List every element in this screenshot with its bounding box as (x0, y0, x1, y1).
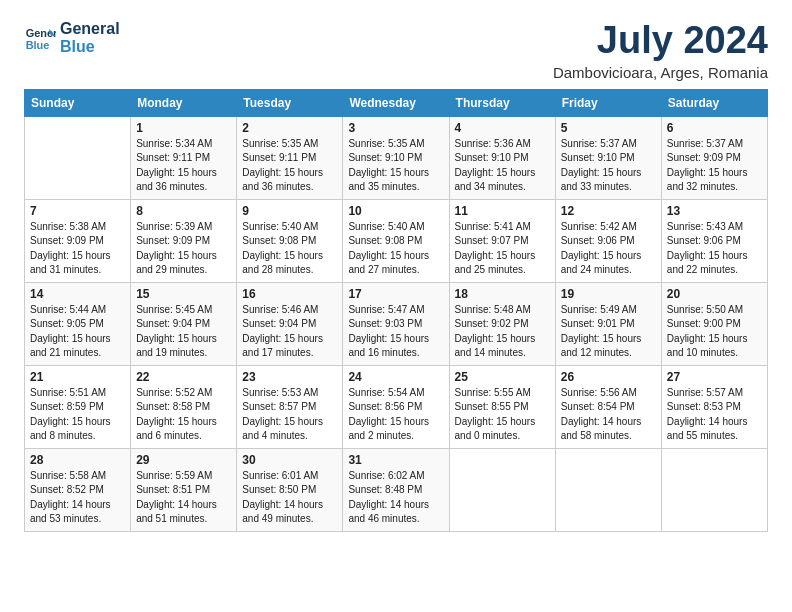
day-info: Sunrise: 5:54 AMSunset: 8:56 PMDaylight:… (348, 386, 443, 444)
day-cell: 10 Sunrise: 5:40 AMSunset: 9:08 PMDaylig… (343, 199, 449, 282)
day-number: 5 (561, 121, 656, 135)
day-info: Sunrise: 5:35 AMSunset: 9:10 PMDaylight:… (348, 137, 443, 195)
weekday-header-wednesday: Wednesday (343, 89, 449, 116)
logo: General Blue GeneralBlue General Blue (24, 20, 120, 57)
day-cell: 9 Sunrise: 5:40 AMSunset: 9:08 PMDayligh… (237, 199, 343, 282)
location: Dambovicioara, Arges, Romania (553, 64, 768, 81)
day-cell: 25 Sunrise: 5:55 AMSunset: 8:55 PMDaylig… (449, 365, 555, 448)
day-number: 25 (455, 370, 550, 384)
weekday-header-friday: Friday (555, 89, 661, 116)
week-row-1: 1 Sunrise: 5:34 AMSunset: 9:11 PMDayligh… (25, 116, 768, 199)
logo-icon: General Blue (24, 22, 56, 54)
day-number: 29 (136, 453, 231, 467)
day-cell (25, 116, 131, 199)
day-number: 20 (667, 287, 762, 301)
day-number: 8 (136, 204, 231, 218)
calendar-table: SundayMondayTuesdayWednesdayThursdayFrid… (24, 89, 768, 532)
day-cell: 15 Sunrise: 5:45 AMSunset: 9:04 PMDaylig… (131, 282, 237, 365)
logo-line1: General (60, 20, 120, 38)
day-info: Sunrise: 5:37 AMSunset: 9:09 PMDaylight:… (667, 137, 762, 195)
day-info: Sunrise: 5:56 AMSunset: 8:54 PMDaylight:… (561, 386, 656, 444)
day-info: Sunrise: 5:41 AMSunset: 9:07 PMDaylight:… (455, 220, 550, 278)
day-cell: 29 Sunrise: 5:59 AMSunset: 8:51 PMDaylig… (131, 448, 237, 531)
day-info: Sunrise: 5:55 AMSunset: 8:55 PMDaylight:… (455, 386, 550, 444)
day-number: 28 (30, 453, 125, 467)
day-number: 21 (30, 370, 125, 384)
day-cell: 24 Sunrise: 5:54 AMSunset: 8:56 PMDaylig… (343, 365, 449, 448)
day-cell (555, 448, 661, 531)
day-info: Sunrise: 5:35 AMSunset: 9:11 PMDaylight:… (242, 137, 337, 195)
week-row-4: 21 Sunrise: 5:51 AMSunset: 8:59 PMDaylig… (25, 365, 768, 448)
day-number: 24 (348, 370, 443, 384)
day-number: 2 (242, 121, 337, 135)
day-info: Sunrise: 6:01 AMSunset: 8:50 PMDaylight:… (242, 469, 337, 527)
weekday-header-thursday: Thursday (449, 89, 555, 116)
day-number: 30 (242, 453, 337, 467)
day-number: 16 (242, 287, 337, 301)
day-number: 18 (455, 287, 550, 301)
day-cell: 2 Sunrise: 5:35 AMSunset: 9:11 PMDayligh… (237, 116, 343, 199)
weekday-header-saturday: Saturday (661, 89, 767, 116)
calendar-header: SundayMondayTuesdayWednesdayThursdayFrid… (25, 89, 768, 116)
day-number: 13 (667, 204, 762, 218)
day-cell: 11 Sunrise: 5:41 AMSunset: 9:07 PMDaylig… (449, 199, 555, 282)
day-info: Sunrise: 5:40 AMSunset: 9:08 PMDaylight:… (348, 220, 443, 278)
day-info: Sunrise: 5:42 AMSunset: 9:06 PMDaylight:… (561, 220, 656, 278)
day-info: Sunrise: 6:02 AMSunset: 8:48 PMDaylight:… (348, 469, 443, 527)
day-info: Sunrise: 5:53 AMSunset: 8:57 PMDaylight:… (242, 386, 337, 444)
day-info: Sunrise: 5:34 AMSunset: 9:11 PMDaylight:… (136, 137, 231, 195)
day-info: Sunrise: 5:59 AMSunset: 8:51 PMDaylight:… (136, 469, 231, 527)
day-number: 11 (455, 204, 550, 218)
day-info: Sunrise: 5:47 AMSunset: 9:03 PMDaylight:… (348, 303, 443, 361)
day-number: 31 (348, 453, 443, 467)
day-cell: 1 Sunrise: 5:34 AMSunset: 9:11 PMDayligh… (131, 116, 237, 199)
day-cell (449, 448, 555, 531)
day-cell: 22 Sunrise: 5:52 AMSunset: 8:58 PMDaylig… (131, 365, 237, 448)
day-cell: 17 Sunrise: 5:47 AMSunset: 9:03 PMDaylig… (343, 282, 449, 365)
day-info: Sunrise: 5:45 AMSunset: 9:04 PMDaylight:… (136, 303, 231, 361)
day-cell: 26 Sunrise: 5:56 AMSunset: 8:54 PMDaylig… (555, 365, 661, 448)
day-cell: 16 Sunrise: 5:46 AMSunset: 9:04 PMDaylig… (237, 282, 343, 365)
day-info: Sunrise: 5:40 AMSunset: 9:08 PMDaylight:… (242, 220, 337, 278)
day-info: Sunrise: 5:38 AMSunset: 9:09 PMDaylight:… (30, 220, 125, 278)
day-cell: 18 Sunrise: 5:48 AMSunset: 9:02 PMDaylig… (449, 282, 555, 365)
day-number: 6 (667, 121, 762, 135)
day-cell: 28 Sunrise: 5:58 AMSunset: 8:52 PMDaylig… (25, 448, 131, 531)
day-info: Sunrise: 5:36 AMSunset: 9:10 PMDaylight:… (455, 137, 550, 195)
day-number: 10 (348, 204, 443, 218)
day-number: 7 (30, 204, 125, 218)
day-cell: 31 Sunrise: 6:02 AMSunset: 8:48 PMDaylig… (343, 448, 449, 531)
day-cell: 13 Sunrise: 5:43 AMSunset: 9:06 PMDaylig… (661, 199, 767, 282)
day-info: Sunrise: 5:37 AMSunset: 9:10 PMDaylight:… (561, 137, 656, 195)
day-cell: 12 Sunrise: 5:42 AMSunset: 9:06 PMDaylig… (555, 199, 661, 282)
day-number: 23 (242, 370, 337, 384)
day-info: Sunrise: 5:48 AMSunset: 9:02 PMDaylight:… (455, 303, 550, 361)
day-cell: 7 Sunrise: 5:38 AMSunset: 9:09 PMDayligh… (25, 199, 131, 282)
day-info: Sunrise: 5:58 AMSunset: 8:52 PMDaylight:… (30, 469, 125, 527)
weekday-header-monday: Monday (131, 89, 237, 116)
day-number: 12 (561, 204, 656, 218)
day-cell: 4 Sunrise: 5:36 AMSunset: 9:10 PMDayligh… (449, 116, 555, 199)
day-cell: 6 Sunrise: 5:37 AMSunset: 9:09 PMDayligh… (661, 116, 767, 199)
day-number: 26 (561, 370, 656, 384)
day-cell: 27 Sunrise: 5:57 AMSunset: 8:53 PMDaylig… (661, 365, 767, 448)
title-block: July 2024 Dambovicioara, Arges, Romania (553, 20, 768, 81)
day-cell: 5 Sunrise: 5:37 AMSunset: 9:10 PMDayligh… (555, 116, 661, 199)
week-row-3: 14 Sunrise: 5:44 AMSunset: 9:05 PMDaylig… (25, 282, 768, 365)
week-row-2: 7 Sunrise: 5:38 AMSunset: 9:09 PMDayligh… (25, 199, 768, 282)
day-info: Sunrise: 5:46 AMSunset: 9:04 PMDaylight:… (242, 303, 337, 361)
day-cell: 14 Sunrise: 5:44 AMSunset: 9:05 PMDaylig… (25, 282, 131, 365)
day-info: Sunrise: 5:43 AMSunset: 9:06 PMDaylight:… (667, 220, 762, 278)
day-number: 14 (30, 287, 125, 301)
day-number: 9 (242, 204, 337, 218)
day-cell: 3 Sunrise: 5:35 AMSunset: 9:10 PMDayligh… (343, 116, 449, 199)
day-info: Sunrise: 5:44 AMSunset: 9:05 PMDaylight:… (30, 303, 125, 361)
page-header: General Blue GeneralBlue General Blue Ju… (24, 20, 768, 81)
calendar-body: 1 Sunrise: 5:34 AMSunset: 9:11 PMDayligh… (25, 116, 768, 531)
day-number: 3 (348, 121, 443, 135)
day-info: Sunrise: 5:50 AMSunset: 9:00 PMDaylight:… (667, 303, 762, 361)
day-info: Sunrise: 5:51 AMSunset: 8:59 PMDaylight:… (30, 386, 125, 444)
day-cell: 20 Sunrise: 5:50 AMSunset: 9:00 PMDaylig… (661, 282, 767, 365)
weekday-header-tuesday: Tuesday (237, 89, 343, 116)
day-number: 27 (667, 370, 762, 384)
